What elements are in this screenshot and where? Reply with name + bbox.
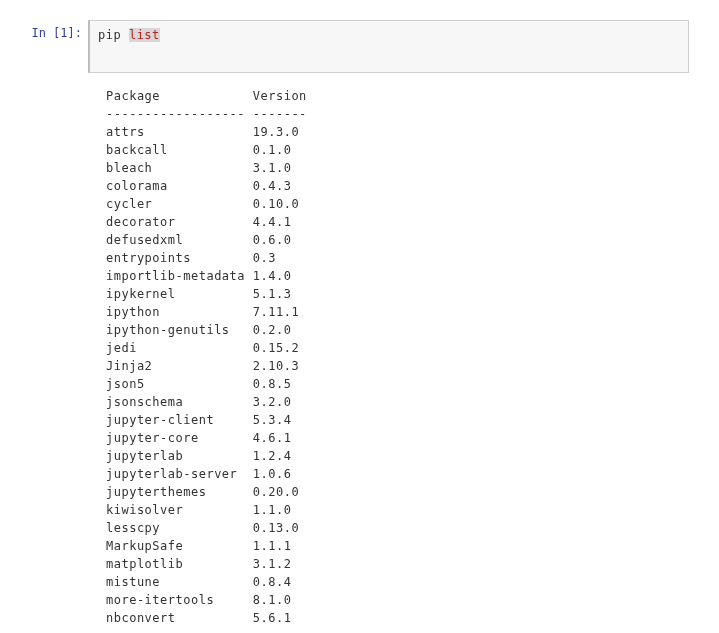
code-input[interactable]: pip list bbox=[88, 20, 689, 73]
output-cell: Package Version ------------------ -----… bbox=[30, 87, 689, 627]
input-prompt: In [1]: bbox=[30, 20, 88, 73]
code-token-cmd: pip bbox=[98, 28, 129, 42]
code-token-arg: list bbox=[129, 28, 160, 42]
notebook-page: In [1]: pip list Package Version -------… bbox=[0, 0, 719, 633]
stdout-output: Package Version ------------------ -----… bbox=[88, 87, 689, 627]
code-cell: In [1]: pip list bbox=[30, 20, 689, 73]
prompt-count: [1]: bbox=[53, 26, 82, 40]
prompt-label: In bbox=[31, 26, 45, 40]
output-prompt-spacer bbox=[30, 87, 88, 627]
